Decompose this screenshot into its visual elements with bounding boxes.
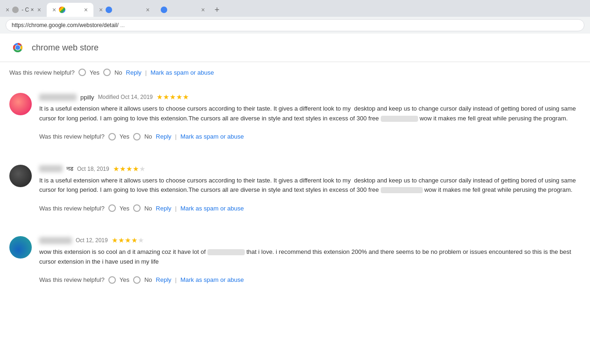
page-content: chrome web store Was this review helpful… [0,34,590,332]
address-bar[interactable]: https://chrome.google.com/webstore/detai… [6,19,584,31]
star-1-5: ★ [183,93,189,101]
yes-label-1[interactable]: Yes [120,133,129,140]
address-bar-row: https://chrome.google.com/webstore/detai… [0,17,590,34]
tab-title-1: - C × [21,7,35,13]
tab-close-3[interactable]: × [99,6,103,14]
reviews-container: Was this review helpful? Yes No Reply | … [0,62,590,293]
review-text-2: It is a useful extension where it allows… [39,176,581,196]
helpful-row-2: Was this review helpful? Yes No Reply | … [39,200,581,221]
review-date-3: Oct 12, 2019 [76,237,108,244]
review-date-1: Modified Oct 14, 2019 [98,94,153,100]
reply-link-2[interactable]: Reply [156,205,171,212]
tab-close-btn-2[interactable]: × [84,6,88,14]
tab-favicon-2 [59,7,65,13]
tab-favicon-3 [106,7,112,13]
address-base: https://chrome.google.com/webstore/detai… [12,22,119,28]
no-radio-1[interactable] [133,133,141,140]
star-2-4: ★ [133,165,139,173]
reply-link-1[interactable]: Reply [156,133,171,140]
helpful-label-top: Was this review helpful? [9,69,75,76]
star-2-3: ★ [126,165,132,173]
spam-link-2[interactable]: Mark as spam or abuse [180,205,244,212]
stars-2: ★ ★ ★ ★ ★ [113,165,145,173]
address-rest: ... [120,22,125,28]
review-meta-1: ppilly Modified Oct 14, 2019 ★ ★ ★ ★ ★ [39,93,581,101]
star-1-2: ★ [163,93,169,101]
review-date-2: Oct 18, 2019 [77,166,109,172]
review-item-1: ppilly Modified Oct 14, 2019 ★ ★ ★ ★ ★ I… [9,85,581,150]
no-label-2[interactable]: No [144,205,152,212]
reviewer-username-2: नड [66,165,73,173]
yes-radio-3[interactable] [108,276,116,284]
review-body-1: ppilly Modified Oct 14, 2019 ★ ★ ★ ★ ★ I… [39,93,581,150]
no-radio-top[interactable] [103,69,111,76]
yes-radio-top[interactable] [78,69,86,76]
address-text: https://chrome.google.com/webstore/detai… [12,22,125,28]
separator-3: | [175,276,177,283]
yes-label-3[interactable]: Yes [120,276,129,283]
star-2-2: ★ [120,165,126,173]
yes-radio-1[interactable] [108,133,116,140]
spam-link-3[interactable]: Mark as spam or abuse [180,276,244,283]
yes-label-top[interactable]: Yes [90,69,100,76]
browser-tab-2[interactable]: × × [47,3,93,17]
helpful-row-top: Was this review helpful? Yes No Reply | … [9,62,581,85]
new-tab-button[interactable]: + [211,3,224,16]
spam-link-top[interactable]: Mark as spam or abuse [150,69,214,76]
reply-link-top[interactable]: Reply [126,69,142,76]
tab-close-btn-1[interactable]: × [37,6,41,14]
no-label-top[interactable]: No [114,69,122,76]
tab-close-1[interactable]: × [6,6,9,14]
review-body-3: Oct 12, 2019 ★ ★ ★ ★ ★ wow this extensio… [39,236,581,293]
no-radio-3[interactable] [133,276,141,284]
tab-bar: × - C × × × × × × × + [0,0,590,17]
no-label-3[interactable]: No [144,276,152,283]
reviewer-username-1: ppilly [80,94,94,101]
review-item-3: Oct 12, 2019 ★ ★ ★ ★ ★ wow this extensio… [9,229,581,293]
review-meta-3: Oct 12, 2019 ★ ★ ★ ★ ★ [39,236,581,245]
tab-close-btn-3[interactable]: × [146,6,149,14]
star-3-2: ★ [118,236,124,245]
stars-3: ★ ★ ★ ★ ★ [112,236,144,245]
separator-top: | [145,69,147,76]
browser-tab-1[interactable]: × - C × × [0,3,47,17]
store-title: chrome web store [32,43,99,53]
review-meta-2: नड Oct 18, 2019 ★ ★ ★ ★ ★ [39,165,581,173]
no-radio-2[interactable] [133,204,141,212]
tab-close-2[interactable]: × [52,6,56,14]
review-text-1: It is a useful extension where it allows… [39,104,581,124]
tab-favicon-1 [12,7,19,13]
svg-point-3 [15,45,20,50]
store-header: chrome web store [0,34,590,62]
separator-2: | [175,205,177,212]
star-3-3: ★ [125,236,131,245]
avatar-1 [9,93,32,115]
review-text-3: wow this extension is so cool an d it am… [39,247,581,267]
browser-tab-3[interactable]: × × [93,3,155,17]
reply-link-3[interactable]: Reply [156,276,171,283]
helpful-row-1: Was this review helpful? Yes No Reply | … [39,128,581,150]
star-3-1: ★ [112,236,118,245]
browser-chrome: × - C × × × × × × × + https: [0,0,590,34]
star-2-1: ★ [113,165,119,173]
helpful-label-2: Was this review helpful? [39,205,105,212]
separator-1: | [175,133,177,140]
redacted-3 [207,249,245,255]
reviewer-blurred-name-2 [39,165,63,172]
reviewer-blurred-name-1 [39,94,77,101]
no-label-1[interactable]: No [144,133,152,140]
chrome-logo-icon [9,39,26,56]
avatar-2 [9,165,32,187]
review-item-2: नड Oct 18, 2019 ★ ★ ★ ★ ★ It is a useful… [9,157,581,222]
reviewer-blurred-name-3 [39,237,72,244]
helpful-label-1: Was this review helpful? [39,133,105,140]
tab-close-btn-4[interactable]: × [201,6,205,14]
helpful-row-3: Was this review helpful? Yes No Reply | … [39,272,581,293]
browser-tab-4[interactable]: × [155,3,210,17]
yes-label-2[interactable]: Yes [120,205,129,212]
spam-link-1[interactable]: Mark as spam or abuse [180,133,244,140]
star-1-4: ★ [176,93,182,101]
yes-radio-2[interactable] [108,204,116,212]
star-2-5: ★ [139,165,145,173]
redacted-2 [381,187,423,193]
